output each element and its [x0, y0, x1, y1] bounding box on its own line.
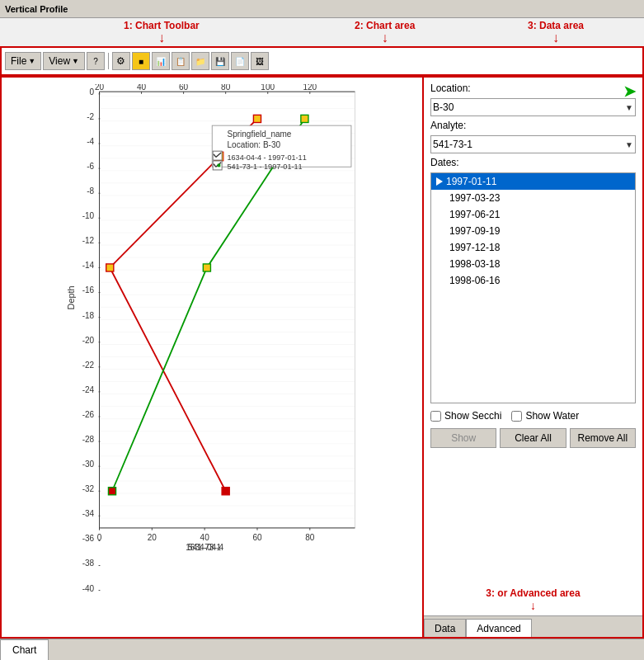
analyte-label: Analyte: — [430, 120, 636, 131]
export-button[interactable]: 📋 — [172, 52, 190, 70]
date-item[interactable]: 1998-06-16 — [431, 272, 635, 289]
title-bar: Vertical Profile — [0, 0, 644, 18]
svg-text:80: 80 — [221, 84, 231, 92]
image-button[interactable]: 🖼 — [251, 52, 269, 70]
svg-text:-26: -26 — [82, 410, 95, 419]
location-value: B-30 — [433, 101, 454, 113]
action-buttons-row: Show Clear All Remove All — [430, 428, 636, 448]
checkboxes-row: Show Secchi Show Water — [430, 410, 636, 422]
analyte-dropdown[interactable]: 541-73-1 ▼ — [430, 135, 636, 153]
gear-icon: ⚙ — [116, 55, 125, 67]
copy-button[interactable]: 📄 — [231, 52, 249, 70]
chart-button[interactable]: 📊 — [152, 52, 170, 70]
view-arrow: ▼ — [72, 57, 79, 65]
svg-text:541-73-1 - 1997-01-11: 541-73-1 - 1997-01-11 — [228, 163, 303, 171]
svg-text:-32: -32 — [82, 484, 95, 493]
bar-chart-icon: 📊 — [156, 57, 166, 66]
view-label: View — [49, 55, 70, 67]
tab-data[interactable]: Data — [424, 619, 466, 637]
toolbar-arrow: ↓ — [158, 31, 165, 45]
show-secchi-label: Show Secchi — [444, 410, 501, 422]
svg-text:-12: -12 — [82, 236, 95, 245]
svg-text:-30: -30 — [82, 460, 95, 469]
main-window: Vertical Profile 1: Chart Toolbar ↓ 2: C… — [0, 0, 644, 660]
green-arrow-indicator: ➤ — [623, 82, 636, 101]
svg-text:-36: -36 — [82, 534, 95, 543]
svg-text:-22: -22 — [82, 361, 95, 370]
svg-text:-4: -4 — [87, 137, 94, 146]
bottom-tabs-bar: Chart — [0, 639, 644, 660]
tab-advanced[interactable]: Advanced — [466, 619, 531, 637]
help-icon: ? — [93, 57, 98, 66]
advanced-annotation: 3: or Advanced area ↓ — [424, 584, 642, 615]
date-item[interactable]: 1997-03-23 — [431, 190, 635, 206]
dates-list[interactable]: 1997-01-111997-03-231997-06-211997-09-19… — [430, 172, 636, 403]
show-button[interactable]: Show — [430, 428, 496, 448]
save-icon: 💾 — [215, 57, 225, 66]
toolbar-annotation: 1: Chart Toolbar ↓ — [124, 20, 200, 45]
svg-text:40: 40 — [200, 533, 210, 542]
svg-text:-8: -8 — [87, 186, 94, 196]
export-icon: 📋 — [176, 57, 186, 66]
svg-rect-76 — [106, 264, 114, 271]
svg-text:Location: B-30: Location: B-30 — [228, 140, 281, 149]
chart-area-arrow: ↓ — [382, 31, 388, 45]
save-button[interactable]: 💾 — [211, 52, 229, 70]
clear-all-button[interactable]: Clear All — [500, 428, 566, 448]
date-item[interactable]: 1997-01-11 — [431, 173, 635, 190]
settings-button[interactable]: ⚙ — [112, 52, 130, 70]
data-tabs: Data Advanced — [424, 615, 642, 637]
svg-text:60: 60 — [252, 533, 262, 542]
svg-rect-82 — [108, 488, 115, 495]
svg-text:-40: -40 — [82, 584, 95, 593]
chart-tab[interactable]: Chart — [0, 639, 49, 660]
toolbar-separator-1 — [108, 53, 109, 69]
remove-all-button[interactable]: Remove All — [570, 428, 636, 448]
dates-label: Dates: — [430, 157, 636, 168]
show-secchi-checkbox[interactable]: Show Secchi — [430, 410, 501, 422]
svg-text:20: 20 — [148, 533, 157, 542]
date-item[interactable]: 1998-03-18 — [431, 256, 635, 272]
svg-text:40: 40 — [137, 84, 147, 92]
show-water-label: Show Water — [525, 410, 579, 422]
chart-toolbar: File ▼ View ▼ ? ⚙ ■ 📊 📋 📁 💾 📄 — [0, 46, 644, 76]
svg-text:-18: -18 — [82, 311, 95, 320]
svg-text:-34: -34 — [82, 509, 95, 518]
svg-rect-80 — [301, 115, 308, 122]
image-icon: 🖼 — [256, 57, 264, 66]
data-panel: Location: B-30 ▼ Analyte: 541-73-1 ▼ Dat… — [424, 78, 642, 584]
main-content: 0 -2 -4 -6 -8 -10 -12 -14 -16 -18 -20 -2… — [0, 76, 644, 639]
svg-text:0: 0 — [90, 87, 95, 97]
yellow-button[interactable]: ■ — [132, 52, 150, 70]
show-water-input[interactable] — [511, 411, 522, 422]
show-secchi-input[interactable] — [430, 411, 441, 422]
analyte-dropdown-arrow: ▼ — [625, 140, 633, 149]
view-menu[interactable]: View ▼ — [43, 52, 85, 70]
svg-text:-6: -6 — [87, 162, 94, 171]
copy-icon: 📄 — [235, 57, 245, 66]
show-water-checkbox[interactable]: Show Water — [511, 410, 579, 422]
svg-text:-24: -24 — [82, 385, 95, 394]
svg-text:20: 20 — [95, 84, 105, 92]
window-title: Vertical Profile — [5, 4, 68, 14]
folder-icon: ■ — [139, 57, 143, 66]
open-button[interactable]: 📁 — [191, 52, 209, 70]
svg-rect-81 — [203, 264, 210, 271]
data-area-arrow: ↓ — [552, 31, 559, 45]
date-item[interactable]: 1997-09-19 — [431, 223, 635, 239]
data-area: ➤ Location: B-30 ▼ Analyte: 541-73-1 ▼ D… — [424, 78, 642, 637]
data-area-annotation: 3: Data area ↓ — [528, 20, 584, 45]
chart-area-annotation: 2: Chart area ↓ — [355, 20, 415, 45]
date-item[interactable]: 1997-12-18 — [431, 239, 635, 256]
help-button[interactable]: ? — [87, 52, 105, 70]
location-label: Location: — [430, 82, 636, 94]
file-arrow: ▼ — [28, 57, 35, 65]
file-menu[interactable]: File ▼ — [5, 52, 41, 70]
svg-text:-38: -38 — [82, 559, 95, 568]
svg-text:Depth: Depth — [66, 285, 76, 309]
svg-text:Springfield_name: Springfield_name — [228, 130, 292, 139]
svg-text:541-73-1: 541-73-1 — [188, 543, 222, 552]
date-item[interactable]: 1997-06-21 — [431, 206, 635, 223]
location-dropdown[interactable]: B-30 ▼ — [430, 98, 636, 116]
svg-rect-77 — [222, 488, 229, 495]
